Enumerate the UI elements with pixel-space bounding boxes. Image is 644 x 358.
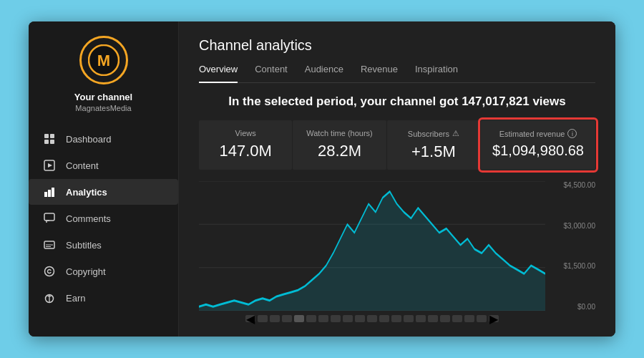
sidebar-item-label-dashboard: Dashboard	[66, 134, 112, 145]
timeline-dot[interactable]	[270, 315, 280, 322]
timeline-dot[interactable]	[379, 315, 389, 322]
timeline-bar: ◀ ▶	[199, 312, 545, 325]
sidebar-item-subtitles[interactable]: Subtitles	[29, 232, 178, 258]
svg-point-15	[45, 267, 54, 276]
y-label-3000: $3,000.00	[564, 222, 596, 230]
timeline-dot[interactable]	[318, 315, 328, 322]
y-axis-labels: $4,500.00 $3,000.00 $1,500.00 $0.00	[547, 181, 595, 311]
stat-value-views: 147.0M	[219, 142, 271, 160]
channel-logo: M	[79, 36, 128, 84]
summary-heading: In the selected period, your channel got…	[199, 95, 595, 109]
svg-rect-5	[50, 140, 54, 144]
sidebar-item-label-content: Content	[66, 160, 99, 171]
tab-content[interactable]: Content	[255, 64, 288, 83]
tab-inspiration[interactable]: Inspiration	[415, 64, 458, 83]
channel-name: Your channel	[74, 92, 132, 102]
timeline-dot-active[interactable]	[294, 315, 304, 322]
tab-overview[interactable]: Overview	[199, 64, 238, 83]
svg-text:M: M	[97, 52, 109, 69]
revenue-chart	[199, 181, 545, 311]
svg-rect-3	[50, 134, 54, 138]
svg-rect-11	[44, 213, 54, 221]
stat-label-subscribers: Subscribers ⚠	[408, 129, 459, 138]
chart-area: $4,500.00 $3,000.00 $1,500.00 $0.00 ◀	[199, 181, 595, 325]
stat-card-watch-time: Watch time (hours) 28.2M	[293, 120, 386, 170]
logo-inner: M	[87, 43, 121, 77]
stat-label-views: Views	[235, 129, 256, 137]
svg-marker-7	[48, 163, 52, 168]
sidebar-item-analytics[interactable]: Analytics	[29, 179, 178, 205]
sidebar: M Your channel MagnatesMedia Dashboard	[29, 21, 179, 337]
page-title: Channel analytics	[199, 37, 595, 54]
channel-handle: MagnatesMedia	[75, 104, 131, 112]
timeline-dot[interactable]	[452, 315, 462, 322]
tab-revenue[interactable]: Revenue	[361, 64, 398, 83]
sidebar-item-label-analytics: Analytics	[66, 187, 107, 198]
timeline-dot[interactable]	[331, 315, 341, 322]
timeline-next[interactable]: ▶	[489, 315, 499, 322]
main-content: Channel analytics Overview Content Audie…	[179, 21, 615, 337]
svg-marker-22	[199, 191, 545, 311]
stat-label-revenue: Estimated revenue i	[499, 129, 577, 138]
timeline-dot[interactable]	[258, 315, 268, 322]
nav-items: Dashboard Content	[29, 125, 178, 311]
sidebar-item-dashboard[interactable]: Dashboard	[29, 126, 178, 152]
tab-audience[interactable]: Audience	[305, 64, 343, 83]
sidebar-item-label-copyright: Copyright	[66, 266, 106, 277]
subtitle-icon	[43, 238, 56, 251]
stat-card-revenue: Estimated revenue i $1,094,980.68	[481, 120, 595, 170]
svg-rect-2	[44, 134, 49, 138]
grid-icon	[43, 132, 56, 145]
stat-label-watch-time: Watch time (hours)	[306, 129, 373, 137]
timeline-dot[interactable]	[355, 315, 365, 322]
stats-row: Views 147.0M Watch time (hours) 28.2M Su…	[199, 120, 595, 170]
svg-rect-4	[44, 140, 49, 144]
earn-icon	[43, 291, 56, 304]
tabs-bar: Overview Content Audience Revenue Inspir…	[199, 64, 595, 83]
chart-wrapper	[199, 181, 545, 311]
play-icon	[43, 159, 56, 172]
timeline-dot[interactable]	[282, 315, 292, 322]
svg-rect-10	[52, 188, 54, 197]
timeline-dot[interactable]	[416, 315, 426, 322]
sidebar-item-earn[interactable]: Earn	[29, 285, 178, 311]
timeline-dot[interactable]	[428, 315, 438, 322]
alert-icon: ⚠	[452, 129, 459, 138]
timeline-dot[interactable]	[464, 315, 474, 322]
sidebar-item-label-subtitles: Subtitles	[66, 240, 102, 251]
timeline-dot[interactable]	[404, 315, 414, 322]
copyright-icon	[43, 265, 56, 278]
stat-card-views: Views 147.0M	[199, 120, 292, 170]
stat-value-watch-time: 28.2M	[318, 142, 361, 160]
sidebar-item-label-earn: Earn	[66, 293, 85, 304]
timeline-dot[interactable]	[391, 315, 401, 322]
svg-rect-9	[48, 190, 51, 197]
sidebar-item-copyright[interactable]: Copyright	[29, 258, 178, 284]
timeline-dot[interactable]	[367, 315, 377, 322]
sidebar-item-comments[interactable]: Comments	[29, 205, 178, 231]
comment-icon	[43, 212, 56, 225]
stat-value-revenue: $1,094,980.68	[492, 142, 584, 159]
timeline-prev[interactable]: ◀	[245, 315, 255, 322]
sidebar-item-label-comments: Comments	[66, 213, 111, 224]
app-container: M Your channel MagnatesMedia Dashboard	[29, 21, 615, 337]
timeline-dot[interactable]	[343, 315, 353, 322]
timeline-dot[interactable]	[440, 315, 450, 322]
bar-chart-icon	[43, 185, 56, 198]
timeline-dot[interactable]	[306, 315, 316, 322]
svg-rect-8	[44, 192, 47, 197]
y-label-1500: $1,500.00	[564, 262, 596, 270]
sidebar-item-content[interactable]: Content	[29, 153, 178, 178]
y-label-0: $0.00	[577, 303, 595, 311]
timeline-dot[interactable]	[477, 315, 487, 322]
info-icon: i	[567, 129, 577, 138]
y-label-4500: $4,500.00	[564, 181, 596, 189]
stat-value-subscribers: +1.5M	[411, 142, 456, 161]
stat-card-subscribers: Subscribers ⚠ +1.5M	[387, 120, 480, 170]
